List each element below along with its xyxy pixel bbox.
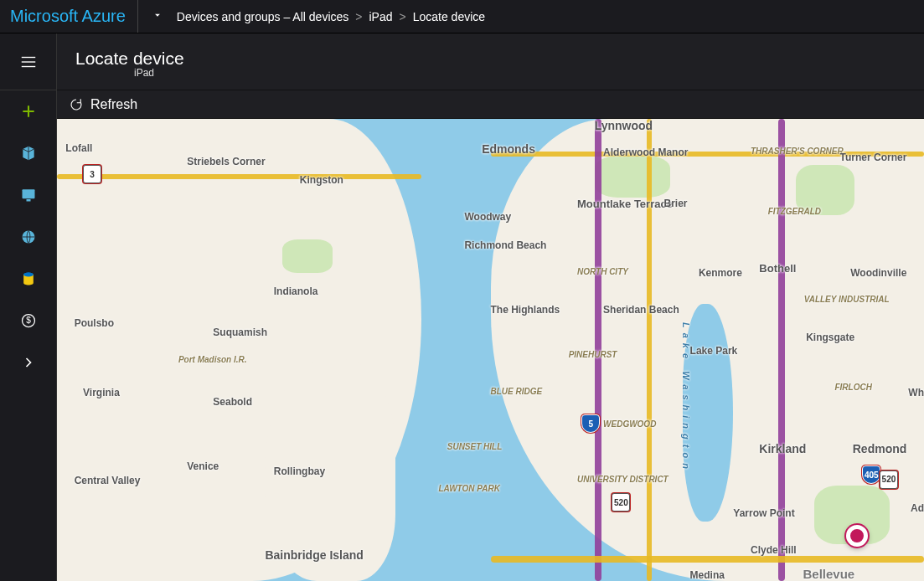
map-label: Seabold bbox=[213, 396, 252, 408]
map-label: Medina bbox=[690, 569, 725, 581]
svg-rect-3 bbox=[22, 189, 34, 198]
map-label: Wh bbox=[908, 387, 924, 398]
map-park bbox=[595, 156, 670, 198]
map-label: Woodinville bbox=[850, 267, 906, 279]
sidebar-add[interactable] bbox=[0, 90, 56, 132]
route-shield-icon: 520 bbox=[880, 470, 898, 489]
map-label: Rollingbay bbox=[274, 465, 325, 477]
sidebar-cube-icon[interactable] bbox=[0, 132, 56, 174]
map-label: The Highlands bbox=[491, 304, 560, 316]
map-label: Bellevue bbox=[803, 567, 855, 581]
map-label: Central Valley bbox=[75, 475, 141, 486]
map-label: Kenmore bbox=[699, 267, 742, 279]
svg-point-7 bbox=[23, 273, 34, 277]
map-label: Ad bbox=[911, 502, 924, 514]
breadcrumb-item[interactable]: Devices and groups – All devices bbox=[177, 10, 348, 23]
breadcrumb-separator: > bbox=[348, 10, 369, 23]
map-label: THRASHER'S CORNER bbox=[751, 147, 844, 156]
map-label: Striebels Corner bbox=[187, 156, 265, 167]
map-label: FITZGERALD bbox=[768, 207, 821, 216]
brand-logo[interactable]: Microsoft Azure bbox=[7, 0, 138, 33]
blade-title: Locate device bbox=[75, 49, 906, 69]
map-label: Richmond Beach bbox=[464, 239, 546, 251]
map-label: Kingston bbox=[300, 174, 343, 186]
map-label: Bainbridge Island bbox=[265, 548, 363, 562]
top-bar: Microsoft Azure Devices and groups – All… bbox=[0, 0, 924, 33]
map-label: Indianola bbox=[274, 285, 318, 297]
map-label: Port Madison I.R. bbox=[178, 355, 247, 364]
svg-text:$: $ bbox=[26, 316, 31, 325]
hamburger-button[interactable] bbox=[0, 33, 56, 90]
map-label: WEDGWOOD bbox=[603, 419, 656, 429]
blade-header: Locate device iPad bbox=[57, 33, 924, 90]
sidebar: $ bbox=[0, 33, 57, 581]
refresh-button[interactable]: Refresh bbox=[69, 97, 137, 112]
map-label: PINEHURST bbox=[569, 350, 617, 359]
map-label: Kirkland bbox=[759, 442, 806, 455]
map-label: Suquamish bbox=[213, 326, 267, 338]
sidebar-sql-icon[interactable] bbox=[0, 258, 56, 300]
map-label: Kingsgate bbox=[806, 332, 854, 343]
map-label: Clyde Hill bbox=[751, 544, 797, 556]
map-road bbox=[57, 174, 421, 179]
breadcrumb: Devices and groups – All devices > iPad … bbox=[177, 10, 485, 23]
map-label: Sheridan Beach bbox=[603, 304, 679, 316]
map-label: BLUE RIDGE bbox=[491, 387, 543, 396]
device-location-marker[interactable] bbox=[846, 525, 868, 547]
breadcrumb-item[interactable]: Locate device bbox=[413, 10, 485, 23]
map-road bbox=[491, 556, 925, 563]
blade: Locate device iPad Refresh Lof bbox=[57, 33, 924, 581]
sidebar-globe-icon[interactable] bbox=[0, 216, 56, 258]
refresh-label: Refresh bbox=[90, 97, 137, 112]
map-label: SUNSET HILL bbox=[447, 442, 503, 451]
map-park bbox=[282, 239, 333, 273]
map-label: Venice bbox=[187, 460, 219, 472]
breadcrumb-item[interactable]: iPad bbox=[369, 10, 392, 23]
sidebar-more-icon[interactable] bbox=[0, 342, 56, 383]
map-label: LAWTON PARK bbox=[438, 484, 500, 493]
breadcrumb-dropdown[interactable] bbox=[138, 9, 177, 23]
map-label: UNIVERSITY DISTRICT bbox=[577, 475, 668, 484]
refresh-icon bbox=[69, 97, 84, 112]
map-label: VALLEY INDUSTRIAL bbox=[804, 295, 890, 304]
sidebar-monitor-icon[interactable] bbox=[0, 174, 56, 216]
command-bar: Refresh bbox=[57, 90, 924, 119]
map-label: Woodway bbox=[464, 211, 511, 223]
map[interactable]: Lofall Striebels Corner Kingston Indiano… bbox=[57, 119, 924, 581]
breadcrumb-separator: > bbox=[393, 10, 413, 23]
map-label: Redmond bbox=[853, 442, 907, 455]
map-label: Turner Corner bbox=[840, 152, 907, 163]
map-label: Mountlake Terrace bbox=[577, 198, 673, 210]
map-label-water: Lake Washington bbox=[681, 322, 691, 474]
svg-rect-4 bbox=[26, 199, 30, 202]
map-label: Alderwood Manor bbox=[603, 147, 688, 158]
route-shield-icon: 3 bbox=[83, 165, 101, 183]
map-label: NORTH CITY bbox=[577, 267, 628, 276]
map-label: Bothell bbox=[759, 262, 796, 275]
route-shield-icon: 520 bbox=[612, 493, 630, 512]
map-label: Poulsbo bbox=[75, 317, 114, 329]
map-road bbox=[647, 119, 652, 581]
map-label: Lofall bbox=[65, 142, 92, 154]
blade-subtitle: iPad bbox=[134, 67, 906, 79]
map-label: Virginia bbox=[83, 387, 120, 398]
map-label: Yarrow Point bbox=[733, 507, 794, 519]
map-label: Edmonds bbox=[482, 142, 535, 156]
map-label: FIRLOCH bbox=[834, 383, 871, 392]
map-label: Lynnwood bbox=[595, 119, 653, 132]
sidebar-billing-icon[interactable]: $ bbox=[0, 300, 56, 342]
map-label: Lake Park bbox=[690, 345, 738, 357]
map-label: Brier bbox=[664, 198, 688, 209]
